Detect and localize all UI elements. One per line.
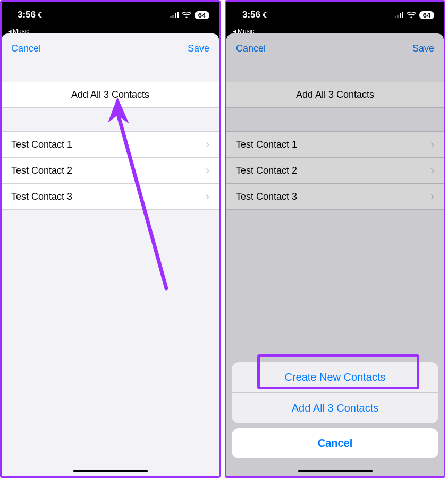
status-time: 3:56	[18, 10, 36, 20]
contact-row[interactable]: Test Contact 1 ›	[2, 131, 219, 158]
contact-name: Test Contact 1	[236, 139, 297, 150]
chevron-right-icon: ›	[206, 165, 209, 176]
cellular-icon	[170, 12, 179, 18]
contact-name: Test Contact 2	[11, 165, 72, 176]
chevron-right-icon: ›	[430, 191, 434, 202]
contact-name: Test Contact 3	[236, 191, 297, 202]
chevron-right-icon: ›	[430, 139, 434, 150]
contact-name: Test Contact 2	[236, 165, 297, 176]
chevron-right-icon: ›	[430, 165, 434, 176]
contact-name: Test Contact 3	[11, 191, 72, 202]
save-button[interactable]: Save	[188, 43, 209, 54]
dnd-moon-icon: ☾	[263, 11, 269, 19]
contact-row[interactable]: Test Contact 2 ›	[2, 158, 219, 184]
chevron-right-icon: ›	[206, 139, 209, 150]
chevron-right-icon: ›	[206, 191, 209, 202]
wifi-icon	[407, 12, 416, 19]
cancel-button[interactable]: Cancel	[236, 43, 266, 54]
action-label: Add All 3 Contacts	[292, 402, 378, 414]
action-add-all-contacts[interactable]: Add All 3 Contacts	[232, 393, 438, 423]
contact-row[interactable]: Test Contact 2 ›	[226, 158, 444, 184]
modal-sheet: Cancel Save Add All 3 Contacts Test Cont…	[2, 33, 219, 476]
battery-icon: 64	[195, 11, 209, 19]
action-label: Cancel	[318, 437, 353, 449]
add-all-contacts-row[interactable]: Add All 3 Contacts	[226, 82, 444, 108]
phone-right: 3:56 ☾ 64 ◂ Music Cancel Save Add All 3 …	[225, 0, 445, 478]
modal-header: Cancel Save	[226, 33, 444, 63]
phone-left: 3:56 ☾ 64 ◂ Music Cancel Save Add All 3 …	[0, 0, 221, 478]
contact-row[interactable]: Test Contact 3 ›	[226, 184, 444, 210]
action-sheet: Create New Contacts Add All 3 Contacts C…	[232, 362, 438, 458]
cellular-icon	[395, 12, 404, 18]
add-all-contacts-row[interactable]: Add All 3 Contacts	[2, 82, 219, 108]
battery-icon: 64	[419, 11, 434, 19]
home-indicator[interactable]	[73, 470, 148, 472]
home-indicator[interactable]	[298, 470, 373, 472]
cancel-button[interactable]: Cancel	[11, 43, 41, 54]
dnd-moon-icon: ☾	[38, 11, 45, 19]
action-create-new-contacts[interactable]: Create New Contacts	[232, 362, 438, 393]
modal-sheet: Cancel Save Add All 3 Contacts Test Cont…	[226, 33, 444, 476]
wifi-icon	[182, 12, 191, 19]
add-all-label: Add All 3 Contacts	[71, 89, 149, 100]
status-bar: 3:56 ☾ 64	[2, 2, 219, 27]
status-bar: 3:56 ☾ 64	[226, 2, 444, 27]
action-label: Create New Contacts	[284, 371, 385, 383]
action-cancel[interactable]: Cancel	[232, 428, 438, 458]
add-all-label: Add All 3 Contacts	[296, 89, 374, 100]
contact-row[interactable]: Test Contact 1 ›	[226, 131, 444, 158]
contact-name: Test Contact 1	[11, 139, 72, 150]
status-time: 3:56	[242, 10, 260, 20]
save-button[interactable]: Save	[412, 43, 434, 54]
modal-header: Cancel Save	[2, 33, 219, 63]
contact-row[interactable]: Test Contact 3 ›	[2, 184, 219, 210]
